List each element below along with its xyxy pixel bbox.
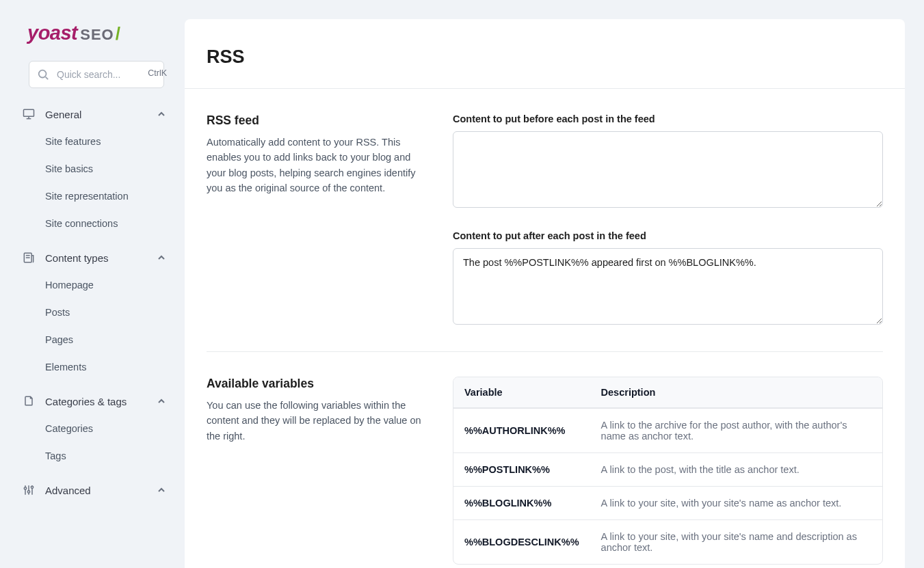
chevron-up-icon bbox=[156, 396, 167, 407]
nav-header-general[interactable]: General bbox=[14, 100, 175, 128]
table-row: %%BLOGDESCLINK%% A link to your site, wi… bbox=[453, 519, 882, 564]
after-feed-label: Content to put after each post in the fe… bbox=[453, 230, 883, 241]
nav-section-categories-tags: Categories & tags Categories Tags bbox=[14, 388, 175, 470]
logo-brand: yoast bbox=[27, 22, 77, 44]
file-copy-icon bbox=[22, 394, 36, 408]
nav-title: Content types bbox=[45, 252, 156, 264]
sidebar-item-tags[interactable]: Tags bbox=[37, 442, 175, 470]
nav-header-advanced[interactable]: Advanced bbox=[14, 476, 175, 504]
table-row: %%POSTLINK%% A link to the post, with th… bbox=[453, 452, 882, 486]
svg-point-11 bbox=[27, 491, 29, 493]
search-shortcut: CtrlK bbox=[148, 68, 167, 78]
chevron-up-icon bbox=[156, 252, 167, 263]
nav-title: General bbox=[45, 109, 156, 120]
desktop-icon bbox=[22, 107, 36, 121]
table-row: %%AUTHORLINK%% A link to the archive for… bbox=[453, 408, 882, 452]
sidebar-item-site-features[interactable]: Site features bbox=[37, 128, 175, 155]
col-variable: Variable bbox=[453, 377, 590, 408]
var-desc: A link to your site, with your site's na… bbox=[590, 486, 882, 519]
search-container: CtrlK bbox=[29, 61, 175, 88]
variables-table: Variable Description %%AUTHORLINK%% A li… bbox=[453, 377, 883, 565]
var-desc: A link to the archive for the post autho… bbox=[590, 408, 882, 452]
nav-title: Categories & tags bbox=[45, 396, 156, 407]
svg-point-13 bbox=[31, 486, 33, 488]
section-variables: Available variables You can use the foll… bbox=[207, 351, 883, 568]
sidebar-item-site-basics[interactable]: Site basics bbox=[37, 155, 175, 182]
nav-title: Advanced bbox=[45, 485, 156, 496]
section-heading: RSS feed bbox=[207, 113, 425, 128]
section-description: Automatically add content to your RSS. T… bbox=[207, 135, 425, 196]
panel-header: RSS bbox=[185, 19, 905, 89]
sidebar-item-posts[interactable]: Posts bbox=[37, 299, 175, 326]
chevron-up-icon bbox=[156, 109, 167, 120]
svg-rect-2 bbox=[24, 109, 34, 116]
sidebar-item-site-connections[interactable]: Site connections bbox=[37, 210, 175, 237]
var-name: %%BLOGDESCLINK%% bbox=[453, 519, 590, 564]
chevron-up-icon bbox=[156, 485, 167, 496]
before-feed-label: Content to put before each post in the f… bbox=[453, 113, 883, 124]
var-name: %%BLOGLINK%% bbox=[453, 486, 590, 519]
svg-line-1 bbox=[46, 77, 49, 80]
logo-suffix: SEO bbox=[80, 26, 114, 43]
nav-header-content-types[interactable]: Content types bbox=[14, 244, 175, 271]
var-name: %%POSTLINK%% bbox=[453, 452, 590, 486]
sliders-icon bbox=[22, 483, 36, 497]
page-title: RSS bbox=[207, 46, 883, 68]
nav-section-content-types: Content types Homepage Posts Pages Eleme… bbox=[14, 244, 175, 381]
newspaper-icon bbox=[22, 251, 36, 265]
sidebar-item-site-representation[interactable]: Site representation bbox=[37, 182, 175, 210]
sidebar-item-categories[interactable]: Categories bbox=[37, 415, 175, 442]
sidebar-item-elements[interactable]: Elements bbox=[37, 353, 175, 381]
nav-header-categories-tags[interactable]: Categories & tags bbox=[14, 388, 175, 415]
search-icon bbox=[37, 68, 49, 81]
section-description: You can use the following variables with… bbox=[207, 398, 425, 444]
main-content: RSS RSS feed Automatically add content t… bbox=[185, 0, 924, 568]
var-desc: A link to the post, with the title as an… bbox=[590, 452, 882, 486]
logo: yoastSEO/ bbox=[14, 16, 175, 58]
after-feed-textarea[interactable] bbox=[453, 248, 883, 325]
sidebar-item-homepage[interactable]: Homepage bbox=[37, 271, 175, 299]
sidebar: yoastSEO/ CtrlK General Site features Si… bbox=[0, 0, 185, 568]
svg-point-0 bbox=[39, 70, 47, 78]
var-name: %%AUTHORLINK%% bbox=[453, 408, 590, 452]
logo-slash: / bbox=[116, 23, 120, 44]
table-row: %%BLOGLINK%% A link to your site, with y… bbox=[453, 486, 882, 519]
before-feed-textarea[interactable] bbox=[453, 131, 883, 208]
var-desc: A link to your site, with your site's na… bbox=[590, 519, 882, 564]
section-heading: Available variables bbox=[207, 377, 425, 391]
sidebar-item-pages[interactable]: Pages bbox=[37, 326, 175, 353]
col-description: Description bbox=[590, 377, 882, 408]
settings-panel: RSS RSS feed Automatically add content t… bbox=[185, 19, 905, 568]
nav-section-general: General Site features Site basics Site r… bbox=[14, 100, 175, 237]
section-rss-feed: RSS feed Automatically add content to yo… bbox=[207, 113, 883, 351]
nav-section-advanced: Advanced bbox=[14, 476, 175, 504]
svg-point-9 bbox=[24, 487, 26, 489]
